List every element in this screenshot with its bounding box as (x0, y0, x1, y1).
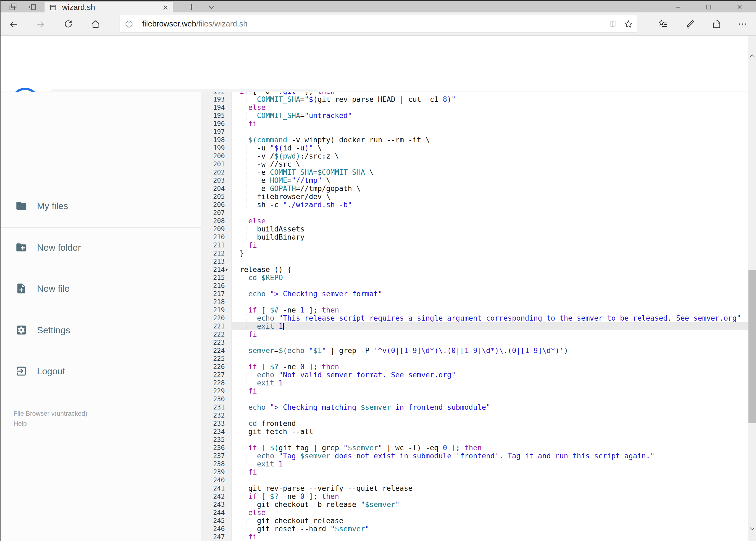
line-number: 247 (201, 533, 225, 541)
code-line[interactable]: git reset --hard "$semver" (240, 525, 369, 533)
sidebar-item-label: My files (37, 201, 68, 211)
code-line[interactable]: fi (240, 241, 257, 249)
favorite-star-icon[interactable] (624, 19, 633, 29)
close-window-button[interactable] (731, 3, 748, 11)
code-line[interactable]: fi (240, 533, 257, 541)
page-scrollbar[interactable] (748, 36, 756, 541)
code-line[interactable]: if [ $(git tag | grep "$semver" | wc -l)… (240, 444, 482, 452)
code-line[interactable]: $(command -v winpty) docker run --rm -it… (240, 136, 430, 144)
settings-icon (15, 324, 27, 336)
code-line[interactable]: if [ $# -ne 1 ]; then (240, 306, 339, 314)
code-line[interactable]: git rev-parse --verify --quiet release (240, 484, 412, 492)
browser-tab-strip: wizard.sh (0, 0, 756, 12)
new-folder-icon (15, 242, 27, 254)
code-line[interactable]: fi (240, 387, 257, 395)
code-line[interactable]: exit 1 (240, 322, 284, 330)
code-line[interactable]: cd $REPO (240, 273, 283, 282)
code-line[interactable]: exit 1 (240, 460, 283, 468)
sidebar-item-logout[interactable]: Logout (0, 359, 201, 383)
sidebar-item-new-file[interactable]: New file (0, 276, 201, 300)
sidebar-item-label: Logout (37, 366, 65, 376)
minimize-button[interactable] (670, 3, 686, 11)
code-line[interactable]: buildAssets (240, 225, 305, 233)
code-line[interactable]: git checkout release (240, 517, 343, 525)
code-line[interactable]: COMMIT_SHA="untracked" (240, 112, 352, 120)
scroll-up-icon[interactable] (749, 52, 756, 59)
code-line[interactable]: echo "This release script requires a sin… (240, 314, 741, 322)
favorites-hub-icon[interactable] (658, 19, 668, 29)
url-domain: filebrowser.web (142, 19, 196, 28)
code-line[interactable]: semver=$(echo "$1" | grep -P '^v(0|[1-9]… (240, 346, 568, 355)
tab-list-chevron-icon[interactable] (207, 3, 216, 11)
code-line[interactable]: } (240, 249, 244, 258)
code-editor[interactable]: if [ -d ".git" ]; then COMMIT_SHA="$(git… (201, 92, 748, 541)
line-number: 233 (201, 419, 225, 427)
code-line[interactable]: if [ $? -ne 0 ]; then (240, 363, 339, 371)
tab-close-icon[interactable] (162, 4, 169, 11)
line-number: 242 (201, 492, 225, 500)
line-number: 211 (201, 241, 225, 249)
line-number: 246 (201, 525, 225, 533)
code-line[interactable]: COMMIT_SHA="$(git rev-parse HEAD | cut -… (240, 95, 456, 104)
sidebar-item-my-files[interactable]: My files (0, 194, 201, 218)
line-number: 244 (201, 509, 225, 517)
line-number: 212 (201, 249, 225, 258)
code-line[interactable]: echo "> Checking matching $semver in fro… (240, 403, 490, 411)
back-icon[interactable] (9, 19, 19, 29)
code-line[interactable]: -e COMMIT_SHA=$COMMIT_SHA \ (240, 168, 374, 176)
editor-gutter: 1921931941951961971981992002012022032042… (201, 92, 232, 541)
refresh-icon[interactable] (63, 19, 74, 29)
code-line[interactable]: -e GOPATH=//tmp/gopath \ (240, 185, 361, 193)
code-line[interactable]: cd frontend (240, 419, 296, 427)
fold-marker-icon[interactable]: ▾ (225, 266, 228, 273)
tab-preview-icon[interactable] (8, 3, 18, 11)
code-line[interactable]: -u "$(id -u)" \ (240, 144, 322, 152)
sidebar-item-new-folder[interactable]: New folder (0, 235, 201, 260)
line-number: 205 (201, 193, 225, 201)
help-link[interactable]: Help (14, 418, 87, 428)
code-line[interactable]: if [ $? -ne 0 ]; then (240, 492, 339, 500)
sidebar-item-settings[interactable]: Settings (0, 318, 201, 342)
code-line[interactable]: release () { (240, 266, 292, 273)
code-line[interactable]: exit 1 (240, 379, 283, 387)
line-number: 224 (201, 346, 225, 355)
code-line[interactable]: else (240, 217, 266, 225)
line-number: 235 (201, 436, 225, 444)
maximize-button[interactable] (701, 3, 717, 11)
code-line[interactable]: fi (240, 468, 257, 476)
code-line[interactable]: fi (240, 330, 257, 338)
code-line[interactable]: git checkout -b release "$semver" (240, 500, 399, 509)
code-line[interactable]: else (240, 509, 266, 517)
code-line[interactable]: -v /$(pwd):/src:z \ (240, 152, 339, 160)
page-info-icon[interactable] (125, 20, 133, 28)
address-bar[interactable]: filebrowser.web/files/wizard.sh (120, 15, 637, 33)
scroll-down-icon[interactable] (749, 525, 756, 532)
code-line[interactable]: sh -c "./wizard.sh -b" (240, 201, 352, 209)
share-icon[interactable] (711, 19, 721, 29)
home-icon[interactable] (91, 19, 101, 29)
code-line[interactable]: -w //src \ (240, 160, 300, 168)
set-tabs-aside-icon[interactable] (28, 3, 37, 11)
sidebar-item-label: Settings (37, 325, 70, 335)
line-number: 221 (201, 322, 225, 330)
code-line[interactable]: filebrowser/dev \ (240, 193, 330, 201)
more-options-icon[interactable] (738, 19, 748, 29)
line-number: 230 (201, 395, 225, 403)
code-line[interactable]: git fetch --all (240, 427, 313, 436)
line-number: 196 (201, 120, 225, 128)
code-line[interactable]: else (240, 104, 266, 112)
scrollbar-thumb[interactable] (748, 270, 756, 423)
code-line[interactable]: fi (240, 120, 257, 128)
code-line[interactable]: echo "> Checking semver format" (240, 290, 382, 298)
code-line[interactable]: echo "Tag $semver does not exist in subm… (240, 452, 654, 460)
code-line[interactable]: echo "Not valid semver format. See semve… (240, 371, 456, 379)
code-line[interactable]: -e HOME="//tmp" \ (240, 176, 330, 185)
new-tab-button[interactable] (187, 3, 196, 11)
browser-tab[interactable]: wizard.sh (45, 2, 173, 13)
line-number: 202 (201, 168, 225, 176)
line-number: 195 (201, 112, 225, 120)
forward-icon[interactable] (35, 19, 45, 29)
reading-view-icon[interactable] (608, 19, 617, 29)
annotate-pen-icon[interactable] (685, 19, 695, 29)
code-line[interactable]: buildBinary (240, 233, 305, 241)
